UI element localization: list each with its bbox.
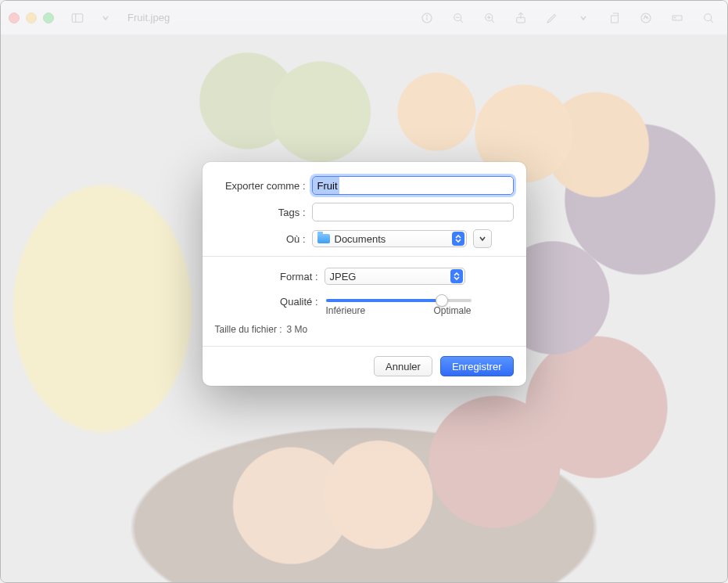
format-value: JPEG — [330, 271, 357, 283]
format-popup[interactable]: JPEG — [325, 268, 465, 285]
where-popup[interactable]: Documents — [312, 230, 467, 247]
preview-window: Fruit.jpeg — [0, 0, 728, 583]
folder-icon — [317, 234, 330, 243]
format-label: Format : — [215, 271, 325, 283]
filename-input[interactable] — [312, 176, 514, 195]
quality-min-label: Inférieure — [326, 305, 366, 316]
updown-caret-icon — [450, 269, 463, 283]
tags-input[interactable] — [312, 203, 514, 221]
filesize-label: Taille du fichier : — [215, 324, 282, 335]
filesize-value: 3 Mo — [287, 324, 308, 335]
expand-save-panel-button[interactable] — [473, 229, 492, 248]
cancel-button[interactable]: Annuler — [374, 356, 432, 376]
slider-thumb[interactable] — [436, 294, 448, 307]
export-as-label: Exporter comme : — [215, 180, 312, 192]
tags-label: Tags : — [215, 207, 312, 218]
quality-max-label: Optimale — [433, 305, 471, 316]
quality-slider[interactable] — [326, 299, 472, 302]
save-button[interactable]: Enregistrer — [440, 356, 514, 376]
divider — [203, 256, 526, 257]
slider-fill — [326, 299, 443, 302]
quality-label: Qualité : — [215, 293, 325, 308]
where-label: Où : — [215, 233, 312, 245]
updown-caret-icon — [452, 232, 464, 246]
cancel-button-label: Annuler — [386, 361, 421, 372]
where-folder-value: Documents — [335, 233, 386, 245]
save-button-label: Enregistrer — [452, 361, 502, 372]
export-sheet: Exporter comme : Tags : Où : Documents — [203, 162, 526, 386]
